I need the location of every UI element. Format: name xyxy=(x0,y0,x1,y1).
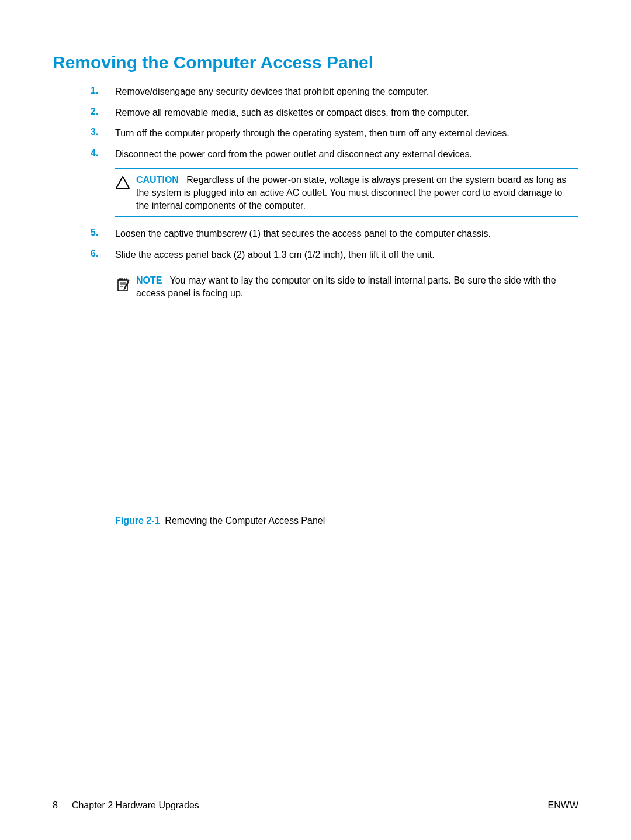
chapter-name: Chapter 2 Hardware Upgrades xyxy=(72,800,199,811)
note-callout: NOTE You may want to lay the computer on… xyxy=(115,269,578,305)
caution-text: Regardless of the power-on state, voltag… xyxy=(136,175,566,210)
step-number: 1. xyxy=(91,85,115,96)
figure-area: Figure 2-1 Removing the Computer Access … xyxy=(115,516,578,526)
caution-callout: CAUTION Regardless of the power-on state… xyxy=(115,168,578,217)
page-number: 8 xyxy=(53,800,58,811)
footer-left: 8 Chapter 2 Hardware Upgrades xyxy=(53,800,199,811)
step-text: Remove/disengage any security devices th… xyxy=(115,85,429,98)
step-text: Disconnect the power cord from the power… xyxy=(115,148,472,161)
caution-label: CAUTION xyxy=(136,175,179,185)
figure-label: Figure 2-1 xyxy=(115,516,160,526)
note-icon xyxy=(115,274,136,292)
step-item: 2. Remove all removable media, such as d… xyxy=(91,106,578,119)
step-item: 1. Remove/disengage any security devices… xyxy=(91,85,578,98)
step-number: 2. xyxy=(91,106,115,117)
step-list-1: 1. Remove/disengage any security devices… xyxy=(53,85,578,160)
caution-body: CAUTION Regardless of the power-on state… xyxy=(136,174,578,212)
step-number: 4. xyxy=(91,148,115,158)
step-list-2: 5. Loosen the captive thumbscrew (1) tha… xyxy=(53,227,578,261)
note-label: NOTE xyxy=(136,275,162,285)
step-number: 5. xyxy=(91,227,115,238)
step-text: Loosen the captive thumbscrew (1) that s… xyxy=(115,227,491,240)
figure-caption-text: Removing the Computer Access Panel xyxy=(165,516,325,526)
caution-icon xyxy=(115,174,136,189)
step-number: 6. xyxy=(91,248,115,259)
note-text: You may want to lay the computer on its … xyxy=(136,275,556,298)
figure-caption: Figure 2-1 Removing the Computer Access … xyxy=(115,516,578,526)
page-footer: 8 Chapter 2 Hardware Upgrades ENWW xyxy=(53,800,578,811)
step-text: Slide the access panel back (2) about 1.… xyxy=(115,248,435,261)
step-item: 5. Loosen the captive thumbscrew (1) tha… xyxy=(91,227,578,240)
step-item: 3. Turn off the computer properly throug… xyxy=(91,127,578,140)
note-body: NOTE You may want to lay the computer on… xyxy=(136,274,578,299)
step-item: 6. Slide the access panel back (2) about… xyxy=(91,248,578,261)
footer-right: ENWW xyxy=(548,800,578,811)
page-title: Removing the Computer Access Panel xyxy=(53,53,578,72)
step-item: 4. Disconnect the power cord from the po… xyxy=(91,148,578,161)
step-number: 3. xyxy=(91,127,115,137)
step-text: Remove all removable media, such as disk… xyxy=(115,106,469,119)
step-text: Turn off the computer properly through t… xyxy=(115,127,509,140)
